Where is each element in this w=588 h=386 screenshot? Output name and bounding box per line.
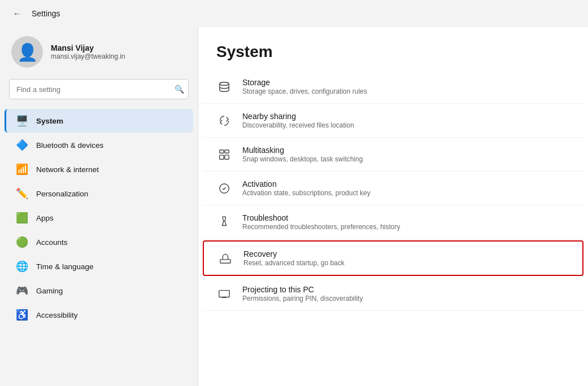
projecting-text: Projecting to this PC Permissions, pairi… — [242, 285, 363, 302]
settings-item-multitasking[interactable]: Multitasking Snap windows, desktops, tas… — [203, 138, 583, 172]
search-box: 🔍 — [9, 79, 189, 99]
sidebar-label-system: System — [36, 117, 63, 125]
projecting-icon — [216, 286, 232, 302]
page-title: System — [216, 43, 570, 61]
settings-item-projecting[interactable]: Projecting to this PC Permissions, pairi… — [203, 277, 583, 311]
sidebar-item-accounts[interactable]: 🟢 Accounts — [5, 230, 193, 254]
user-email: mansi.vijay@tweaking.in — [51, 52, 125, 60]
user-name: Mansi Vijay — [51, 43, 125, 52]
content-header: System — [198, 27, 588, 70]
sidebar-item-accessibility[interactable]: ♿ Accessibility — [5, 303, 193, 327]
search-input[interactable] — [9, 79, 189, 99]
troubleshoot-text: Troubleshoot Recommended troubleshooters… — [242, 213, 400, 231]
accounts-icon: 🟢 — [16, 236, 28, 248]
storage-title: Storage — [242, 78, 367, 87]
personalization-icon: ✏️ — [16, 187, 28, 200]
title-bar: ← Settings — [0, 0, 588, 27]
sidebar-item-apps[interactable]: 🟩 Apps — [5, 206, 193, 230]
back-button[interactable]: ← — [9, 6, 25, 21]
svg-rect-1 — [220, 150, 224, 153]
svg-point-0 — [220, 82, 229, 85]
nearby-sharing-icon — [216, 113, 232, 129]
settings-item-activation[interactable]: Activation Activation state, subscriptio… — [203, 172, 583, 205]
user-info: Mansi Vijay mansi.vijay@tweaking.in — [51, 43, 125, 60]
sidebar-label-apps: Apps — [36, 214, 54, 222]
settings-item-storage[interactable]: Storage Storage space, drives, configura… — [203, 70, 583, 104]
storage-desc: Storage space, drives, configuration rul… — [242, 87, 367, 95]
activation-text: Activation Activation state, subscriptio… — [242, 179, 371, 197]
projecting-title: Projecting to this PC — [242, 285, 363, 294]
recovery-desc: Reset, advanced startup, go back — [243, 259, 345, 267]
svg-rect-6 — [220, 259, 230, 262]
sidebar-item-time[interactable]: 🌐 Time & language — [5, 255, 193, 278]
troubleshoot-title: Troubleshoot — [242, 213, 400, 222]
system-icon: 🖥️ — [16, 115, 28, 127]
multitasking-desc: Snap windows, desktops, task switching — [242, 155, 363, 163]
settings-list: Storage Storage space, drives, configura… — [198, 70, 588, 311]
multitasking-title: Multitasking — [242, 146, 363, 155]
sidebar-label-gaming: Gaming — [36, 287, 63, 295]
multitasking-icon — [216, 147, 232, 163]
content-area: System Storage Storage space, drives, co… — [198, 27, 588, 386]
user-profile[interactable]: 👤 Mansi Vijay mansi.vijay@tweaking.in — [0, 27, 198, 79]
sidebar-item-bluetooth[interactable]: 🔷 Bluetooth & devices — [5, 133, 193, 157]
gaming-icon: 🎮 — [16, 284, 28, 297]
storage-icon — [216, 79, 232, 95]
nearby-sharing-title: Nearby sharing — [242, 112, 354, 121]
nearby-sharing-text: Nearby sharing Discoverability, received… — [242, 112, 354, 129]
sidebar: 👤 Mansi Vijay mansi.vijay@tweaking.in 🔍 … — [0, 27, 198, 386]
sidebar-label-personalization: Personalization — [36, 190, 88, 198]
avatar: 👤 — [11, 36, 43, 68]
activation-title: Activation — [242, 179, 371, 188]
multitasking-text: Multitasking Snap windows, desktops, tas… — [242, 146, 363, 163]
settings-item-recovery[interactable]: Recovery Reset, advanced startup, go bac… — [203, 240, 583, 276]
sidebar-label-accessibility: Accessibility — [36, 311, 78, 319]
time-icon: 🌐 — [16, 260, 28, 273]
user-icon: 👤 — [17, 42, 38, 62]
app-title: Settings — [32, 9, 60, 18]
nearby-sharing-desc: Discoverability, received files location — [242, 121, 354, 129]
settings-item-nearby-sharing[interactable]: Nearby sharing Discoverability, received… — [203, 104, 583, 138]
recovery-icon — [217, 251, 233, 266]
activation-desc: Activation state, subscriptions, product… — [242, 189, 371, 197]
search-icon[interactable]: 🔍 — [175, 85, 184, 94]
apps-icon: 🟩 — [16, 212, 28, 224]
activation-icon — [216, 181, 232, 196]
nav-list: 🖥️ System 🔷 Bluetooth & devices 📶 Networ… — [0, 108, 198, 327]
svg-rect-7 — [219, 290, 229, 297]
svg-rect-2 — [225, 150, 229, 153]
bluetooth-icon: 🔷 — [16, 139, 28, 151]
recovery-text: Recovery Reset, advanced startup, go bac… — [243, 249, 345, 267]
settings-item-troubleshoot[interactable]: Troubleshoot Recommended troubleshooters… — [203, 205, 583, 239]
sidebar-item-gaming[interactable]: 🎮 Gaming — [5, 279, 193, 302]
sidebar-label-bluetooth: Bluetooth & devices — [36, 141, 103, 150]
sidebar-label-network: Network & internet — [36, 165, 99, 174]
sidebar-label-time: Time & language — [36, 262, 94, 271]
recovery-title: Recovery — [243, 249, 345, 258]
troubleshoot-desc: Recommended troubleshooters, preferences… — [242, 223, 400, 231]
storage-text: Storage Storage space, drives, configura… — [242, 78, 367, 95]
troubleshoot-icon — [216, 214, 232, 230]
network-icon: 📶 — [16, 163, 28, 176]
sidebar-label-accounts: Accounts — [36, 238, 68, 247]
sidebar-item-system[interactable]: 🖥️ System — [5, 109, 193, 133]
svg-rect-3 — [220, 155, 224, 159]
projecting-desc: Permissions, pairing PIN, discoverabilit… — [242, 295, 363, 302]
accessibility-icon: ♿ — [16, 309, 28, 321]
svg-rect-4 — [225, 155, 229, 159]
main-layout: 👤 Mansi Vijay mansi.vijay@tweaking.in 🔍 … — [0, 27, 588, 386]
sidebar-item-personalization[interactable]: ✏️ Personalization — [5, 182, 193, 205]
sidebar-item-network[interactable]: 📶 Network & internet — [5, 157, 193, 181]
